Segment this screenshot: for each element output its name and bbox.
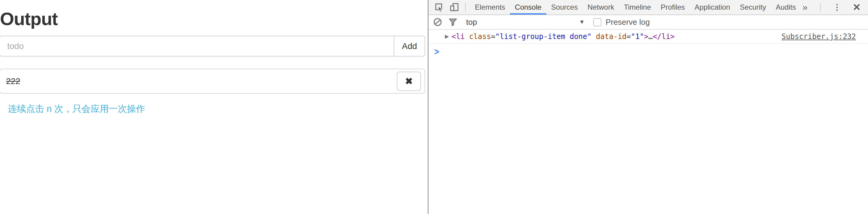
code-token-value: "list-group-item done" — [495, 32, 592, 41]
tab-console[interactable]: Console — [510, 0, 546, 14]
more-tabs-chevron-icon[interactable]: » — [803, 2, 807, 12]
expand-triangle-icon[interactable]: ▶ — [445, 33, 449, 40]
preserve-log-checkbox[interactable] — [593, 18, 601, 26]
console-empty-area[interactable] — [429, 60, 868, 214]
devtools-panel: ElementsConsoleSourcesNetworkTimelinePro… — [429, 0, 868, 214]
devtools-close-icon[interactable]: ✕ — [852, 1, 861, 13]
add-button[interactable]: Add — [394, 36, 425, 57]
code-token-punct — [591, 32, 596, 41]
close-x-icon: ✖ — [405, 76, 412, 86]
console-message-code[interactable]: <li class="list-group-item done" data-id… — [452, 32, 675, 41]
tab-security[interactable]: Security — [735, 0, 771, 14]
todo-item-text: 222 — [6, 76, 397, 86]
code-token-tag: > — [644, 32, 648, 41]
hint-text: 连续点击 n 次，只会应用一次操作 — [8, 103, 145, 115]
todo-list-item[interactable]: 222 ✖ — [0, 69, 425, 94]
tabbar-separator — [820, 3, 821, 11]
devtools-toolbar-icons — [429, 0, 459, 14]
console-filter-bar: top ▼ Preserve log — [429, 15, 868, 30]
console-prompt-icon: > — [434, 46, 439, 57]
device-toolbar-icon[interactable] — [450, 2, 459, 12]
tab-network[interactable]: Network — [583, 0, 619, 14]
devtools-tabbar: ElementsConsoleSourcesNetworkTimelinePro… — [429, 0, 868, 15]
code-token-tag: </li> — [653, 32, 675, 41]
output-pane: Output Add 222 ✖ 连续点击 n 次，只会应用一次操作 — [0, 0, 428, 214]
tab-sources[interactable]: Sources — [546, 0, 583, 14]
tabbar-right-controls: » ⋮ ✕ — [803, 0, 868, 14]
todo-input[interactable] — [0, 36, 394, 57]
delete-todo-button[interactable]: ✖ — [397, 72, 421, 91]
console-log-row: ▶ <li class="list-group-item done" data-… — [429, 30, 868, 44]
context-selector-label: top — [466, 17, 477, 27]
code-token-punct: … — [648, 32, 652, 41]
chevron-down-icon: ▼ — [579, 19, 585, 25]
tab-audits[interactable]: Audits — [771, 0, 801, 14]
page-title: Output — [0, 9, 58, 29]
devtools-tabs: ElementsConsoleSourcesNetworkTimelinePro… — [470, 0, 801, 14]
preserve-log-label: Preserve log — [606, 17, 650, 27]
code-token-tag: <li — [452, 32, 469, 41]
code-token-value: "1" — [631, 32, 644, 41]
code-token-attr: class — [469, 32, 491, 41]
tab-profiles[interactable]: Profiles — [656, 0, 690, 14]
code-token-punct: = — [491, 32, 495, 41]
toolbar-separator — [465, 3, 466, 12]
console-prompt-row[interactable]: > — [429, 44, 868, 60]
tab-application[interactable]: Application — [690, 0, 735, 14]
todo-input-group: Add — [0, 36, 425, 57]
tab-timeline[interactable]: Timeline — [619, 0, 656, 14]
devtools-menu-icon[interactable]: ⋮ — [833, 2, 841, 12]
code-token-attr: data-id — [596, 32, 626, 41]
app-window: Output Add 222 ✖ 连续点击 n 次，只会应用一次操作 — [0, 0, 868, 214]
filter-icon[interactable] — [448, 17, 458, 27]
tab-elements[interactable]: Elements — [470, 0, 510, 14]
source-location-link[interactable]: Subscriber.js:232 — [781, 32, 856, 41]
execution-context-selector[interactable]: top ▼ — [466, 17, 585, 27]
inspect-element-icon[interactable] — [434, 2, 444, 12]
clear-console-icon[interactable] — [433, 17, 442, 27]
code-token-punct: = — [626, 32, 631, 41]
preserve-log-control[interactable]: Preserve log — [593, 17, 650, 27]
